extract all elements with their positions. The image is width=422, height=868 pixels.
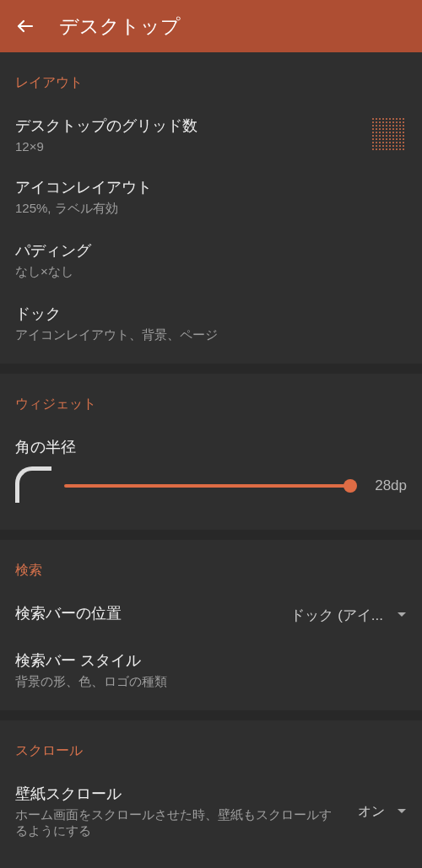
svg-point-91 [376,148,377,150]
item-title: パディング [15,240,407,261]
svg-point-74 [386,142,387,143]
svg-point-25 [389,125,391,127]
svg-point-53 [382,135,384,137]
item-icon-layout[interactable]: アイコンレイアウト 125%, ラベル有効 [0,165,422,229]
divider [0,710,422,720]
svg-point-71 [376,142,377,143]
svg-point-10 [372,121,374,123]
divider [0,530,422,540]
svg-point-90 [372,148,374,150]
svg-point-44 [386,132,387,133]
svg-point-73 [382,142,384,143]
svg-point-5 [389,118,391,120]
svg-point-23 [382,125,384,127]
svg-point-19 [403,121,404,123]
corner-radius-slider[interactable] [64,484,354,488]
item-search-style[interactable]: 検索バー スタイル 背景の形、色、ロゴの種類 [0,639,422,702]
svg-point-15 [389,121,391,123]
svg-point-88 [399,145,401,147]
item-wallpaper-scroll[interactable]: 壁紙スクロール ホーム画面をスクロールさせた時、壁紙もスクロールするようにする … [0,772,422,851]
svg-point-96 [392,148,394,150]
item-sub: なし×なし [15,264,407,280]
item-desktop-grid[interactable]: デスクトップのグリッド数 12×9 [0,104,422,165]
svg-point-82 [379,145,381,147]
svg-point-51 [376,135,377,137]
svg-point-81 [376,145,377,147]
svg-point-42 [379,132,381,133]
svg-point-24 [386,125,387,127]
toggle-label: オン [358,803,385,821]
svg-point-38 [399,128,401,130]
chevron-down-icon [397,806,407,817]
svg-point-63 [382,138,384,140]
item-search-position[interactable]: 検索バーの位置 ドック (アイ... [0,591,422,639]
svg-point-21 [376,125,377,127]
item-title: デスクトップのグリッド数 [15,116,363,136]
svg-point-8 [399,118,401,120]
page-title: デスクトップ [59,13,181,40]
item-corner-radius[interactable]: 角の半径 28dp [0,425,422,521]
svg-point-47 [396,132,398,133]
svg-point-85 [389,145,391,147]
svg-point-16 [392,121,394,123]
svg-point-39 [403,128,404,130]
svg-point-35 [389,128,391,130]
svg-point-59 [403,135,404,137]
svg-point-95 [389,148,391,150]
svg-point-75 [389,142,391,143]
svg-point-60 [372,138,374,140]
svg-point-27 [396,125,398,127]
svg-point-41 [376,132,377,133]
svg-point-28 [399,125,401,127]
svg-point-1 [376,118,377,120]
svg-point-0 [372,118,374,120]
svg-point-13 [382,121,384,123]
svg-point-18 [399,121,401,123]
item-title: 検索バーの位置 [15,603,122,623]
svg-point-11 [376,121,377,123]
svg-point-55 [389,135,391,137]
item-padding[interactable]: パディング なし×なし [0,229,422,292]
grid-icon [371,117,407,153]
svg-point-22 [379,125,381,127]
svg-point-77 [396,142,398,143]
slider-value: 28dp [370,477,407,494]
svg-point-2 [379,118,381,120]
svg-point-26 [392,125,394,127]
svg-point-3 [382,118,384,120]
svg-point-33 [382,128,384,130]
svg-point-36 [392,128,394,130]
item-dock[interactable]: ドック アイコンレイアウト、背景、ページ [0,292,422,355]
svg-point-79 [403,142,404,143]
svg-point-34 [386,128,387,130]
item-sub: アイコンレイアウト、背景、ページ [15,327,407,343]
svg-point-45 [389,132,391,133]
svg-point-9 [403,118,404,120]
corner-radius-icon [15,469,49,503]
svg-point-46 [392,132,394,133]
svg-point-83 [382,145,384,147]
svg-point-98 [399,148,401,150]
svg-point-93 [382,148,384,150]
svg-point-31 [376,128,377,130]
svg-point-40 [372,132,374,133]
section-header-layout: レイアウト [0,56,422,104]
svg-point-12 [379,121,381,123]
svg-point-99 [403,148,404,150]
svg-point-30 [372,128,374,130]
item-sub: ホーム画面をスクロールさせた時、壁紙もスクロールするようにする [15,807,341,839]
svg-point-52 [379,135,381,137]
svg-point-65 [389,138,391,140]
svg-point-97 [396,148,398,150]
item-sub: 125%, ラベル有効 [15,201,407,217]
svg-point-43 [382,132,384,133]
svg-point-17 [396,121,398,123]
select-label: ドック (アイ... [290,606,383,625]
svg-point-20 [372,125,374,127]
item-title: 検索バー スタイル [15,650,407,671]
svg-point-54 [386,135,387,137]
svg-point-56 [392,135,394,137]
item-title: ドック [15,304,407,324]
svg-point-80 [372,145,374,147]
back-icon[interactable] [15,16,35,36]
